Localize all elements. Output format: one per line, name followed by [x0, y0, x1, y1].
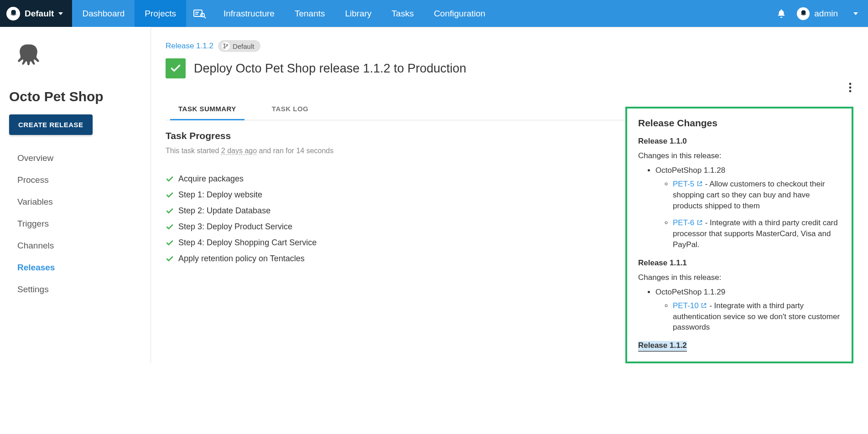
- task-meta: This task started 2 days ago and ran for…: [166, 147, 618, 155]
- branch-icon: [222, 42, 230, 50]
- check-icon: [166, 207, 174, 215]
- task-step[interactable]: Acquire packages: [166, 174, 618, 184]
- svg-point-9: [849, 87, 852, 89]
- channel-chip[interactable]: Default: [218, 40, 261, 52]
- space-name: Default: [25, 9, 54, 19]
- check-icon: [166, 223, 174, 231]
- check-icon: [166, 255, 174, 263]
- task-step[interactable]: Step 1: Deploy website: [166, 190, 618, 200]
- task-step[interactable]: Step 3: Deploy Product Service: [166, 222, 618, 232]
- release-block: Release 1.1.0Changes in this release:Oct…: [638, 137, 841, 250]
- tab-task-summary[interactable]: TASK SUMMARY: [170, 98, 244, 120]
- sidebar-item-variables[interactable]: Variables: [17, 197, 141, 207]
- release-changes-panel: Release Changes Release 1.1.0Changes in …: [625, 107, 853, 363]
- task-step-label: Step 2: Update Database: [178, 206, 270, 216]
- main-content: Release 1.1.2 Default Deploy Octo Pet Sh…: [151, 27, 868, 363]
- task-started-ago[interactable]: 2 days ago: [221, 147, 257, 155]
- nav-infrastructure[interactable]: Infrastructure: [213, 0, 285, 27]
- username: admin: [814, 9, 838, 19]
- task-step-label: Apply retention policy on Tentacles: [178, 254, 305, 264]
- task-progress-panel: Task Progress This task started 2 days a…: [166, 120, 625, 277]
- nav-search-icon[interactable]: [186, 0, 213, 27]
- avatar-icon: [797, 7, 810, 20]
- external-link-icon: [701, 302, 707, 309]
- user-menu[interactable]: admin: [792, 0, 868, 27]
- external-link-icon: [696, 181, 703, 187]
- task-status-success-icon: [166, 58, 186, 78]
- release-intro: Changes in this release:: [638, 273, 841, 282]
- channel-chip-label: Default: [233, 42, 255, 50]
- project-title: Octo Pet Shop: [9, 89, 141, 104]
- svg-point-8: [849, 83, 852, 85]
- release-issue: PET-10 - Integrate with a third party au…: [673, 300, 841, 333]
- nav-dashboard[interactable]: Dashboard: [72, 0, 135, 27]
- release-changes-heading: Release Changes: [638, 118, 841, 129]
- task-step-label: Step 1: Deploy website: [178, 190, 262, 200]
- release-block: Release 1.1.1Changes in this release:Oct…: [638, 258, 841, 333]
- sidebar-item-channels[interactable]: Channels: [17, 241, 141, 251]
- chevron-down-icon: [58, 12, 63, 15]
- nav-tasks[interactable]: Tasks: [382, 0, 424, 27]
- release-issue: PET-6 - Integrate with a third party cre…: [673, 217, 841, 250]
- page-title: Deploy Octo Pet Shop release 1.1.2 to Pr…: [194, 62, 466, 76]
- sidebar-item-releases[interactable]: Releases: [17, 263, 141, 273]
- task-step-label: Acquire packages: [178, 174, 244, 184]
- task-step[interactable]: Apply retention policy on Tentacles: [166, 254, 618, 264]
- task-progress-heading: Task Progress: [166, 130, 618, 141]
- sidebar-item-triggers[interactable]: Triggers: [17, 219, 141, 229]
- task-step[interactable]: Step 2: Update Database: [166, 206, 618, 216]
- release-intro: Changes in this release:: [638, 151, 841, 160]
- release-name: Release 1.1.2: [638, 341, 687, 351]
- svg-point-5: [223, 44, 225, 45]
- task-step-label: Step 4: Deploy Shopping Cart Service: [178, 238, 317, 248]
- release-name: Release 1.1.0: [638, 137, 841, 146]
- release-package: OctoPetShop 1.1.28PET-5 - Allow customer…: [655, 166, 841, 250]
- overflow-menu-button[interactable]: [849, 82, 852, 93]
- project-sidebar: Octo Pet Shop CREATE RELEASE Overview Pr…: [0, 27, 151, 363]
- svg-point-7: [226, 44, 228, 46]
- release-package: OctoPetShop 1.1.29PET-10 - Integrate wit…: [655, 288, 841, 333]
- issue-link[interactable]: PET-10: [673, 301, 707, 310]
- top-nav: Default Dashboard Projects Infrastructur…: [0, 0, 868, 27]
- sidebar-nav: Overview Process Variables Triggers Chan…: [9, 153, 141, 294]
- nav-configuration[interactable]: Configuration: [424, 0, 495, 27]
- create-release-button[interactable]: CREATE RELEASE: [9, 114, 93, 135]
- release-issue: PET-5 - Allow customers to checkout thei…: [673, 179, 841, 211]
- issue-link[interactable]: PET-5: [673, 180, 703, 188]
- tab-task-log[interactable]: TASK LOG: [264, 98, 317, 120]
- space-switcher[interactable]: Default: [0, 0, 72, 27]
- release-breadcrumb-link[interactable]: Release 1.1.2: [166, 41, 213, 51]
- check-icon: [166, 191, 174, 199]
- search-icon: [193, 9, 206, 19]
- check-icon: [166, 175, 174, 183]
- nav-tenants[interactable]: Tenants: [285, 0, 335, 27]
- sidebar-item-process[interactable]: Process: [17, 175, 141, 185]
- release-name: Release 1.1.1: [638, 258, 841, 268]
- external-link-icon: [696, 219, 703, 226]
- svg-point-6: [223, 47, 225, 48]
- bell-icon: [776, 9, 786, 19]
- svg-line-4: [204, 16, 206, 18]
- project-logo-icon: [9, 40, 45, 75]
- notifications-button[interactable]: [770, 0, 792, 27]
- nav-projects[interactable]: Projects: [135, 0, 186, 27]
- task-step[interactable]: Step 4: Deploy Shopping Cart Service: [166, 238, 618, 248]
- nav-library[interactable]: Library: [335, 0, 381, 27]
- issue-link[interactable]: PET-6: [673, 218, 703, 227]
- svg-point-10: [849, 90, 852, 93]
- sidebar-item-overview[interactable]: Overview: [17, 153, 141, 163]
- task-step-label: Step 3: Deploy Product Service: [178, 222, 292, 232]
- product-logo-icon: [6, 7, 20, 21]
- sidebar-item-settings[interactable]: Settings: [17, 284, 141, 294]
- check-icon: [166, 239, 174, 247]
- chevron-down-icon: [853, 12, 858, 15]
